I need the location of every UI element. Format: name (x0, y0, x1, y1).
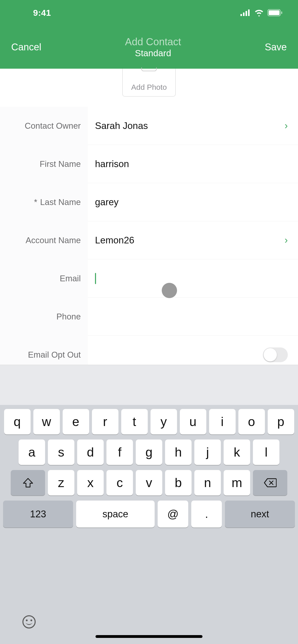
value-phone[interactable] (88, 298, 298, 336)
at-key[interactable]: @ (158, 501, 188, 528)
keyboard-row-1: qwertyuiop (3, 409, 295, 434)
chevron-right-icon: › (285, 235, 288, 246)
key-o[interactable]: o (238, 409, 265, 434)
phone-field[interactable] (95, 311, 288, 322)
save-button[interactable]: Save (265, 42, 287, 53)
value-last-name[interactable] (88, 183, 298, 221)
signal-icon (240, 9, 251, 16)
label-account-name: Account Name (0, 221, 88, 259)
nav-title-group: Add Contact Standard (125, 36, 181, 58)
key-r[interactable]: r (92, 409, 118, 434)
row-email[interactable]: Email (0, 259, 298, 298)
key-d[interactable]: d (77, 440, 104, 465)
key-f[interactable]: f (106, 440, 133, 465)
label-last-name: * Last Name (0, 183, 88, 221)
wifi-icon (254, 9, 264, 16)
key-g[interactable]: g (136, 440, 162, 465)
key-j[interactable]: j (194, 440, 221, 465)
key-a[interactable]: a (19, 440, 45, 465)
cancel-button[interactable]: Cancel (11, 42, 41, 53)
value-first-name[interactable] (88, 145, 298, 183)
row-account-name[interactable]: Account Name Lemon26 › (0, 221, 298, 259)
account-name-value: Lemon26 (95, 235, 134, 246)
row-last-name[interactable]: * Last Name (0, 183, 298, 221)
first-name-field[interactable] (95, 159, 288, 169)
add-photo-label: Add Photo (131, 83, 167, 92)
key-e[interactable]: e (63, 409, 89, 434)
key-q[interactable]: q (4, 409, 31, 434)
keyboard-row-4: 123 space @ . next (3, 501, 295, 528)
key-k[interactable]: k (224, 440, 250, 465)
numbers-key[interactable]: 123 (3, 501, 73, 528)
keyboard-row-2: asdfghjkl (3, 440, 295, 465)
keyboard: qwertyuiop asdfghjkl zxcvbnm 123 space @… (0, 405, 298, 644)
key-l[interactable]: l (253, 440, 279, 465)
add-photo-button[interactable]: Add Photo (122, 69, 176, 97)
shift-key[interactable] (11, 470, 45, 495)
svg-rect-2 (246, 11, 247, 16)
key-t[interactable]: t (121, 409, 148, 434)
key-i[interactable]: i (209, 409, 236, 434)
row-contact-owner[interactable]: Contact Owner Sarah Jonas › (0, 107, 298, 145)
form-content: Add Photo Contact Owner Sarah Jonas › Fi… (0, 69, 298, 644)
svg-rect-1 (243, 12, 245, 16)
key-c[interactable]: c (106, 470, 133, 495)
key-p[interactable]: p (268, 409, 294, 434)
home-indicator[interactable] (96, 635, 202, 638)
battery-icon (267, 9, 283, 16)
svg-rect-6 (281, 11, 282, 14)
space-key[interactable]: space (76, 501, 155, 528)
next-key[interactable]: next (225, 501, 295, 528)
svg-point-8 (26, 620, 28, 621)
value-email[interactable] (88, 259, 298, 298)
add-photo-row: Add Photo (0, 69, 298, 107)
touch-indicator (162, 283, 177, 298)
svg-rect-5 (269, 10, 280, 15)
value-account-name[interactable]: Lemon26 › (88, 221, 298, 259)
key-y[interactable]: y (151, 409, 177, 434)
svg-rect-3 (248, 9, 250, 16)
contact-owner-value: Sarah Jonas (95, 121, 148, 131)
key-h[interactable]: h (165, 440, 192, 465)
label-phone: Phone (0, 298, 88, 336)
email-opt-out-toggle[interactable] (263, 347, 288, 362)
value-contact-owner[interactable]: Sarah Jonas › (88, 107, 298, 145)
label-first-name: First Name (0, 145, 88, 183)
status-bar: 9:41 (0, 0, 298, 25)
status-time: 9:41 (15, 8, 51, 18)
backspace-key[interactable] (253, 470, 287, 495)
required-mark: * (34, 197, 37, 207)
emoji-icon (22, 615, 36, 629)
key-w[interactable]: w (33, 409, 60, 434)
dot-key[interactable]: . (191, 501, 222, 528)
label-email: Email (0, 259, 88, 298)
shift-icon (22, 477, 34, 488)
backspace-icon (264, 478, 277, 488)
key-n[interactable]: n (194, 470, 221, 495)
key-x[interactable]: x (77, 470, 104, 495)
keyboard-row-3: zxcvbnm (3, 470, 295, 495)
svg-point-7 (23, 616, 35, 628)
label-contact-owner: Contact Owner (0, 107, 88, 145)
row-phone[interactable]: Phone (0, 298, 298, 336)
form: Contact Owner Sarah Jonas › First Name *… (0, 107, 298, 374)
emoji-key[interactable] (21, 614, 37, 630)
key-v[interactable]: v (136, 470, 162, 495)
toggle-knob (264, 348, 277, 361)
page-subtitle: Standard (125, 48, 181, 58)
svg-point-9 (31, 620, 32, 621)
key-b[interactable]: b (165, 470, 192, 495)
svg-rect-0 (240, 14, 242, 16)
predictive-bar (0, 365, 298, 405)
key-z[interactable]: z (48, 470, 74, 495)
status-icons (240, 9, 283, 16)
key-u[interactable]: u (180, 409, 206, 434)
key-s[interactable]: s (48, 440, 74, 465)
last-name-field[interactable] (95, 197, 288, 208)
chevron-right-icon: › (285, 120, 288, 131)
key-m[interactable]: m (224, 470, 250, 495)
row-first-name[interactable]: First Name (0, 145, 298, 183)
camera-icon (141, 67, 157, 71)
page-title: Add Contact (125, 36, 181, 48)
nav-bar: Cancel Add Contact Standard Save (0, 25, 298, 69)
